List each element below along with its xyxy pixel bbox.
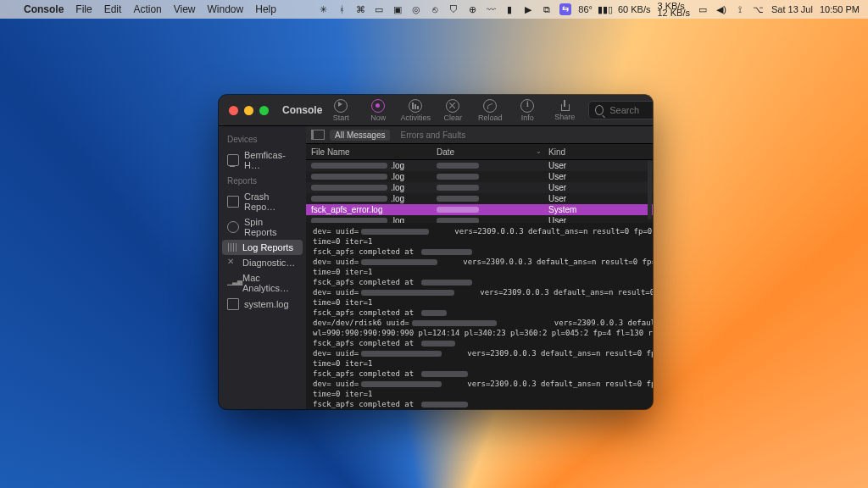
menu-help[interactable]: Help (255, 3, 276, 15)
spinner-icon (227, 221, 239, 233)
table-row[interactable]: .logUser (306, 193, 653, 204)
info-button[interactable]: Info (509, 99, 546, 122)
filter-errors-faults[interactable]: Errors and Faults (395, 130, 470, 141)
net-stats: 60 KB/s (618, 6, 651, 13)
sidebar-diagnostic[interactable]: Diagnostic… (219, 255, 306, 270)
status-icon[interactable]: ◎ (410, 3, 422, 15)
table-row[interactable]: .logUser (306, 160, 653, 171)
status-icon[interactable]: ▭ (373, 3, 385, 15)
document-icon (227, 196, 239, 208)
activities-icon (409, 99, 422, 113)
net-stats: 3 KB/s12 KB/s (657, 3, 690, 16)
scrollbar[interactable] (648, 160, 652, 219)
sidebar-header-reports: Reports (219, 173, 306, 189)
sidebar-spin-reports[interactable]: Spin Reports (219, 214, 306, 240)
search-icon (595, 105, 604, 115)
wifi-icon[interactable]: ⟟ (734, 3, 746, 15)
sidebar-mac-analytics[interactable]: Mac Analytics… (219, 270, 306, 296)
menu-edit[interactable]: Edit (104, 3, 122, 15)
status-icon[interactable]: ✳︎ (317, 3, 329, 15)
log-icon (227, 242, 237, 252)
wrench-icon (227, 258, 237, 268)
minimize-window-button[interactable] (244, 106, 253, 115)
status-icon[interactable]: ▮ (504, 3, 515, 15)
status-icon[interactable]: ⧉ (541, 3, 553, 15)
bluetooth-icon[interactable]: ᚼ (336, 3, 348, 15)
filter-bar: All Messages Errors and Faults (306, 126, 653, 144)
menu-action[interactable]: Action (133, 3, 161, 15)
sidebar-device[interactable]: Bemficas-H… (219, 147, 306, 173)
play-icon[interactable]: ▶ (522, 3, 534, 15)
window-title: Console (282, 104, 322, 116)
activities-button[interactable]: Activities (397, 99, 434, 122)
table-row-selected[interactable]: fsck_apfs_error.logSystem (306, 204, 653, 215)
sidebar-crash-reports[interactable]: Crash Repo… (219, 189, 306, 214)
search-input[interactable] (608, 104, 653, 116)
temperature: 86° (578, 4, 593, 14)
info-icon (520, 99, 534, 113)
window-titlebar[interactable]: Console Start Now Activities Clear Reloa… (219, 95, 653, 126)
document-icon (227, 298, 239, 310)
macos-menubar: Console File Edit Action View Window Hel… (0, 0, 868, 19)
status-icon[interactable]: 〰 (485, 3, 497, 15)
table-header: File Name Date⌄ Kind (306, 144, 653, 160)
reload-button[interactable]: Reload (471, 99, 509, 122)
chevron-down-icon: ⌄ (536, 147, 542, 157)
close-window-button[interactable] (229, 106, 238, 115)
status-icon[interactable]: ▣ (392, 3, 403, 15)
filter-all-messages[interactable]: All Messages (330, 130, 390, 141)
now-button[interactable]: Now (359, 99, 397, 122)
menu-window[interactable]: Window (208, 3, 244, 15)
status-icon[interactable]: ⊕ (466, 3, 478, 15)
menubar-date[interactable]: Sat 13 Jul (771, 4, 813, 14)
mac-icon (227, 154, 239, 166)
clear-icon (446, 99, 459, 113)
sidebar-log-reports[interactable]: Log Reports (222, 240, 303, 255)
menubar-time[interactable]: 10:50 PM (820, 4, 860, 14)
column-kind[interactable]: Kind (547, 147, 653, 157)
table-row[interactable]: .logUser (306, 182, 653, 193)
status-pill[interactable]: ⇆ (559, 3, 571, 15)
table-row[interactable]: .logUser (306, 215, 653, 223)
clear-button[interactable]: Clear (434, 99, 471, 122)
chart-icon (227, 278, 237, 288)
console-window: Console Start Now Activities Clear Reloa… (219, 95, 653, 409)
share-button[interactable]: Share (546, 100, 583, 121)
table-row[interactable]: .logUser (306, 171, 653, 182)
status-icon[interactable]: ⌘ (354, 3, 366, 15)
now-icon (371, 99, 385, 113)
share-icon (559, 100, 570, 112)
sidebar-header-devices: Devices (219, 131, 306, 147)
display-icon[interactable]: ▭ (697, 3, 709, 15)
status-icon[interactable]: ⛉ (448, 3, 459, 15)
reload-icon (483, 99, 497, 113)
log-file-list[interactable]: .logUser .logUser .logUser .logUser fsck… (306, 160, 653, 223)
app-name[interactable]: Console (24, 3, 64, 15)
menu-view[interactable]: View (174, 3, 196, 15)
control-center-icon[interactable]: ⌥ (753, 3, 765, 15)
volume-icon[interactable]: ◀︎) (715, 3, 727, 15)
battery-icon[interactable]: ▮▮▯ (599, 3, 611, 15)
sidebar-toggle-icon[interactable] (311, 130, 325, 140)
menu-file[interactable]: File (75, 3, 92, 15)
status-icon[interactable]: ⎋ (429, 3, 441, 15)
column-date[interactable]: Date⌄ (437, 147, 547, 157)
zoom-window-button[interactable] (259, 106, 269, 115)
log-content[interactable]: dev= uuid= vers=2309.0.0.3 default_ans=n… (306, 223, 653, 409)
play-icon (334, 99, 348, 113)
sidebar-system-log[interactable]: system.log (219, 296, 306, 313)
start-button[interactable]: Start (322, 99, 359, 122)
search-field[interactable] (588, 101, 653, 119)
sidebar: Devices Bemficas-H… Reports Crash Repo… … (219, 126, 306, 409)
column-filename[interactable]: File Name (306, 147, 437, 157)
